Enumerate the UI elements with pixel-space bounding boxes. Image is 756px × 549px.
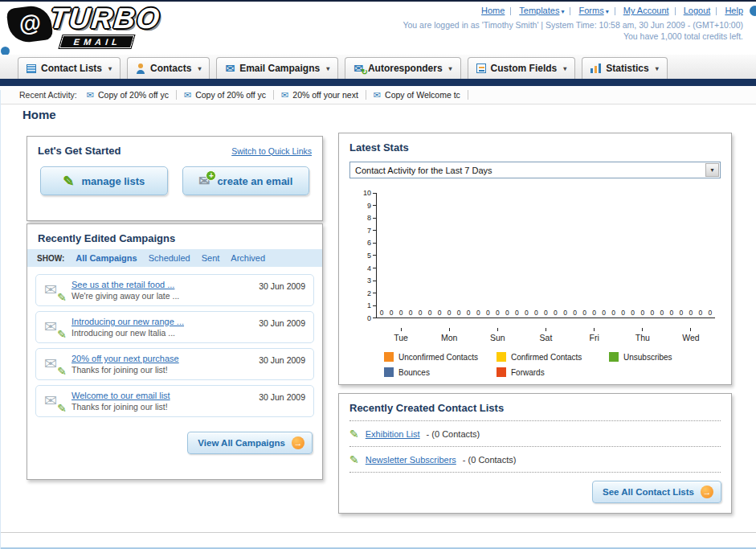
pencil-icon: ✎ <box>349 428 359 440</box>
x-axis-label: Sat <box>521 328 570 342</box>
y-axis-tick: 4 <box>367 265 376 272</box>
corner-dot <box>750 6 756 16</box>
view-all-campaigns-button[interactable]: View All Campaigns → <box>187 432 313 454</box>
nav-forms-link[interactable]: Forms <box>578 6 603 15</box>
stats-chart: 109876543210 000000000000000000000000000… <box>355 190 721 349</box>
campaign-row[interactable]: ✉✎ 20% off your next purchase Thanks for… <box>35 348 314 380</box>
campaign-title-link[interactable]: 20% off your next purchase <box>72 354 243 363</box>
stats-period-select[interactable]: Contact Activity for the Last 7 Days ▾ <box>349 162 721 178</box>
campaign-row[interactable]: ✉✎ See us at the retail food ... We're g… <box>35 274 314 306</box>
legend-label: Unconfirmed Contacts <box>398 353 478 362</box>
tab-label: Contacts <box>150 63 191 74</box>
campaign-subtitle: Thanks for joining our list! <box>72 402 243 412</box>
recent-activity-item[interactable]: ✉ 20% off your next <box>281 90 366 100</box>
nav-separator <box>675 7 676 15</box>
manage-lists-label: manage lists <box>81 175 145 187</box>
contact-list-link[interactable]: Newsletter Subscribers <box>366 455 456 465</box>
legend-color-swatch <box>609 352 619 362</box>
campaign-edit-icon: ✉✎ <box>44 319 67 338</box>
contact-list-link[interactable]: Exhibition List <box>366 429 420 439</box>
app-logo[interactable]: @ TURBO EMAIL <box>8 3 217 50</box>
chart-plot-area <box>376 193 715 318</box>
stats-title: Latest Stats <box>349 141 409 154</box>
y-axis-tick: 8 <box>367 215 376 221</box>
caret-down-icon: ▾ <box>198 65 201 72</box>
tab-label: Custom Fields <box>491 63 558 74</box>
legend-item: Bounces <box>384 367 497 377</box>
campaign-date: 30 Jun 2009 <box>259 281 305 291</box>
tab-email-campaigns[interactable]: ✉ Email Campaigns ▾ <box>216 57 338 79</box>
chart-value-labels: 00000 <box>570 309 619 317</box>
envelope-icon: ✉ <box>281 91 288 100</box>
y-axis-tick: 1 <box>367 302 376 309</box>
tab-statistics[interactable]: Statistics ▾ <box>582 57 667 79</box>
panel-get-started: Let's Get Started Switch to Quick Links … <box>27 136 323 221</box>
nav-my-account-link[interactable]: My Account <box>623 6 669 15</box>
tab-contact-lists[interactable]: Contact Lists ▾ <box>18 57 121 79</box>
x-axis-label: Wed <box>667 328 715 342</box>
nav-separator <box>570 7 570 15</box>
campaign-title-link[interactable]: See us at the retail food ... <box>72 280 243 289</box>
footer-divider <box>0 532 756 533</box>
x-axis-label: Thu <box>619 328 667 342</box>
envelope-icon: ✉ <box>87 91 94 100</box>
y-axis-tick: 0 <box>367 315 376 322</box>
create-email-label: create an email <box>217 175 292 187</box>
tab-label: Statistics <box>606 63 648 74</box>
create-email-button[interactable]: ✉+ create an email <box>182 166 310 195</box>
app-window: @ TURBO EMAIL Home Templates▾ Forms▾ My … <box>0 0 756 549</box>
filter-sent[interactable]: Sent <box>202 253 220 263</box>
show-label: SHOW: <box>37 254 64 263</box>
nav-separator <box>615 7 615 15</box>
campaigns-filter-bar: SHOW: All Campaigns Scheduled Sent Archi… <box>27 249 322 267</box>
tab-custom-fields[interactable]: Custom Fields ▾ <box>468 57 576 79</box>
y-axis-tick: 6 <box>367 240 376 246</box>
caret-down-icon: ▾ <box>449 65 452 72</box>
chart-value-labels: 00000 <box>521 309 570 317</box>
recent-activity-item[interactable]: ✉ Copy of Welcome tc <box>374 90 468 100</box>
see-all-contact-lists-button[interactable]: See All Contact Lists → <box>592 481 721 503</box>
y-axis-tick: 7 <box>367 227 376 234</box>
switch-quick-links-link[interactable]: Switch to Quick Links <box>231 146 312 156</box>
filter-archived[interactable]: Archived <box>231 253 265 263</box>
recent-activity-text: 20% off your next <box>292 90 358 100</box>
x-axis-label: Sun <box>473 328 521 342</box>
caret-down-icon: ▾ <box>563 65 566 72</box>
campaign-title-link[interactable]: Introducing our new range ... <box>72 317 243 326</box>
logo-swirl-icon: @ <box>6 4 54 44</box>
campaign-title-link[interactable]: Welcome to our email list <box>72 391 243 400</box>
nav-logout-link[interactable]: Logout <box>684 6 711 15</box>
filter-all-campaigns[interactable]: All Campaigns <box>76 253 137 263</box>
nav-home-link[interactable]: Home <box>481 6 505 15</box>
nav-underline-bar <box>0 79 756 86</box>
plus-icon: + <box>206 170 216 181</box>
campaign-row[interactable]: ✉✎ Introducing our new range ... Introdu… <box>35 311 314 343</box>
header-utility: Home Templates▾ Forms▾ My Account Logout… <box>403 6 743 41</box>
x-axis-label: Tue <box>377 328 425 342</box>
recent-activity-item[interactable]: ✉ Copy of 20% off yc <box>184 90 274 100</box>
recent-activity-item[interactable]: ✉ Copy of 20% off yc <box>87 90 177 100</box>
recent-activity-text: Copy of Welcome tc <box>385 90 460 100</box>
filter-scheduled[interactable]: Scheduled <box>149 253 190 263</box>
nav-templates-link[interactable]: Templates <box>519 6 559 15</box>
campaign-subtitle: Thanks for joining our list! <box>72 365 243 375</box>
left-edge <box>0 90 1 549</box>
view-all-campaigns-label: View All Campaigns <box>198 438 285 448</box>
y-axis-tick: 5 <box>367 252 376 259</box>
tab-autoresponders[interactable]: ✉↻ Autoresponders ▾ <box>345 57 460 79</box>
custom-fields-icon <box>476 64 486 73</box>
tab-contacts[interactable]: Contacts ▾ <box>127 57 210 79</box>
recent-activity-text: Copy of 20% off yc <box>98 90 169 100</box>
top-nav: Home Templates▾ Forms▾ My Account Logout… <box>403 6 743 15</box>
chart-value-labels: 00000 <box>425 309 473 317</box>
x-axis-label: Fri <box>570 328 619 342</box>
caret-down-icon: ▾ <box>606 8 609 15</box>
contact-list-row[interactable]: ✎ Newsletter Subscribers - (0 Contacts) <box>349 447 721 473</box>
campaign-edit-icon: ✉✎ <box>44 356 67 375</box>
campaign-subtitle: We're giving away our late ... <box>72 291 243 301</box>
campaign-row[interactable]: ✉✎ Welcome to our email list Thanks for … <box>35 385 314 417</box>
manage-lists-button[interactable]: ✎ manage lists <box>40 166 168 195</box>
nav-separator <box>716 7 717 15</box>
nav-help-link[interactable]: Help <box>725 6 743 15</box>
contact-list-row[interactable]: ✎ Exhibition List - (0 Contacts) <box>349 421 721 447</box>
